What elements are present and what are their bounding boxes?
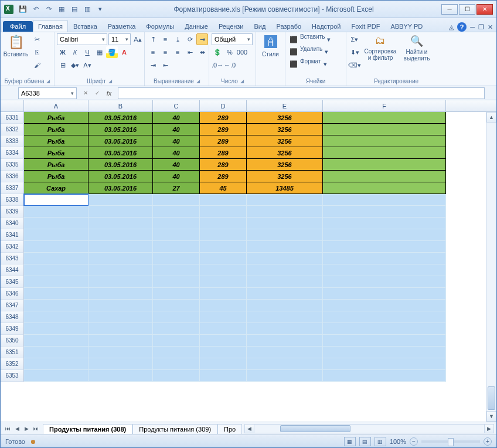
cell[interactable] — [323, 347, 446, 358]
cell[interactable] — [323, 124, 446, 135]
cell[interactable] — [323, 112, 446, 124]
underline-button[interactable]: Ч — [81, 46, 93, 58]
cell[interactable] — [153, 311, 200, 323]
cell[interactable] — [88, 264, 153, 276]
zoom-level[interactable]: 100% — [390, 438, 406, 445]
cell[interactable] — [24, 264, 88, 276]
sheet-tab-active[interactable]: Продукты питания (308) — [43, 424, 132, 434]
cell[interactable] — [24, 335, 88, 347]
cell[interactable] — [323, 311, 446, 323]
ribbon-tab-надстрой[interactable]: Надстрой — [307, 20, 346, 32]
cell[interactable] — [24, 253, 88, 264]
cell[interactable]: 13485 — [247, 182, 323, 194]
cell[interactable] — [88, 300, 153, 311]
column-header-F[interactable]: F — [323, 100, 446, 111]
cell[interactable] — [323, 288, 446, 300]
ribbon-tab-foxit pdf[interactable]: Foxit PDF — [346, 20, 386, 32]
cell[interactable] — [24, 311, 88, 323]
cell[interactable] — [200, 347, 247, 358]
border-button[interactable]: ▦ — [94, 46, 105, 58]
cell[interactable] — [24, 241, 88, 253]
wrap-text-button[interactable]: ⇥ — [196, 33, 208, 45]
cell[interactable] — [88, 206, 153, 218]
qat-icon[interactable]: ▾ — [94, 4, 106, 15]
cell[interactable]: 03.05.2016 — [88, 159, 153, 171]
minimize-button[interactable]: ─ — [441, 4, 458, 15]
next-sheet-icon[interactable]: ▶ — [22, 424, 31, 433]
save-icon[interactable]: 💾 — [17, 4, 29, 15]
cell[interactable] — [153, 288, 200, 300]
doc-restore-icon[interactable]: ❐ — [478, 23, 484, 31]
row-header[interactable]: 6332 — [1, 124, 24, 135]
insert-cells-button[interactable]: ⬛Вставить▾ — [288, 33, 332, 45]
cell[interactable]: 289 — [200, 147, 247, 159]
cell[interactable] — [323, 300, 446, 311]
cell[interactable]: 3256 — [247, 147, 323, 159]
vertical-scrollbar[interactable]: ▲ ▼ — [486, 112, 496, 422]
align-top-icon[interactable]: ⤒ — [147, 33, 159, 45]
column-header-E[interactable]: E — [247, 100, 323, 111]
cell[interactable] — [88, 218, 153, 229]
dialog-launcher-icon[interactable]: ◢ — [46, 79, 50, 84]
ribbon-minimize-icon[interactable]: ◬ — [449, 23, 454, 31]
cell[interactable] — [200, 194, 247, 206]
cell[interactable]: 27 — [153, 182, 200, 194]
autosum-icon[interactable]: Σ▾ — [349, 33, 360, 45]
cell[interactable] — [247, 370, 323, 382]
dialog-launcher-icon[interactable]: ◢ — [108, 79, 112, 84]
cell[interactable] — [247, 347, 323, 358]
cell[interactable]: 40 — [153, 147, 200, 159]
cell[interactable]: 40 — [153, 112, 200, 124]
format-cells-button[interactable]: ⬛Формат▾ — [288, 58, 329, 70]
align-bottom-icon[interactable]: ⤓ — [172, 33, 183, 45]
cell[interactable] — [247, 335, 323, 347]
row-header[interactable]: 6341 — [1, 229, 24, 241]
cell[interactable] — [200, 218, 247, 229]
cell[interactable] — [247, 288, 323, 300]
increase-decimal-icon[interactable]: .0→ — [212, 59, 223, 71]
macro-record-icon[interactable]: ⏺ — [30, 438, 36, 445]
cell[interactable]: 45 — [200, 182, 247, 194]
cell[interactable] — [24, 206, 88, 218]
scroll-up-icon[interactable]: ▲ — [486, 112, 496, 123]
cell[interactable] — [200, 335, 247, 347]
row-header[interactable]: 6334 — [1, 147, 24, 159]
ribbon-tab-вставка[interactable]: Вставка — [68, 20, 103, 32]
cell[interactable] — [247, 311, 323, 323]
orientation-icon[interactable]: ⟳ — [184, 33, 196, 45]
cell[interactable]: 3256 — [247, 112, 323, 124]
first-sheet-icon[interactable]: ⏮ — [3, 424, 12, 433]
cell[interactable] — [24, 194, 88, 206]
delete-cells-button[interactable]: ⬛Удалить▾ — [288, 46, 330, 57]
format-painter-icon[interactable]: 🖌 — [31, 59, 43, 71]
cell[interactable] — [88, 311, 153, 323]
cell[interactable] — [247, 323, 323, 335]
cell[interactable] — [24, 347, 88, 358]
row-header[interactable]: 6337 — [1, 182, 24, 194]
row-header[interactable]: 6345 — [1, 276, 24, 288]
row-header[interactable]: 6340 — [1, 218, 24, 229]
cell[interactable]: Рыба — [24, 147, 88, 159]
align-middle-icon[interactable]: ≡ — [159, 33, 171, 45]
cell[interactable] — [247, 264, 323, 276]
cell[interactable] — [200, 358, 247, 370]
cell[interactable] — [200, 276, 247, 288]
row-header[interactable]: 6351 — [1, 347, 24, 358]
cell[interactable] — [153, 335, 200, 347]
row-header[interactable]: 6331 — [1, 112, 24, 124]
cell[interactable]: 03.05.2016 — [88, 135, 153, 147]
cell[interactable] — [153, 323, 200, 335]
cell[interactable]: 289 — [200, 124, 247, 135]
cell[interactable] — [247, 358, 323, 370]
cell[interactable] — [247, 253, 323, 264]
cell[interactable] — [153, 241, 200, 253]
row-header[interactable]: 6346 — [1, 288, 24, 300]
cell[interactable] — [153, 194, 200, 206]
qat-icon[interactable]: ▤ — [69, 4, 80, 15]
percent-icon[interactable]: % — [224, 46, 236, 58]
ribbon-tab-разметка[interactable]: Разметка — [103, 20, 141, 32]
cell[interactable] — [323, 358, 446, 370]
paste-button[interactable]: 📋 Вставить — [3, 33, 29, 59]
cell[interactable] — [323, 370, 446, 382]
row-header[interactable]: 6348 — [1, 311, 24, 323]
